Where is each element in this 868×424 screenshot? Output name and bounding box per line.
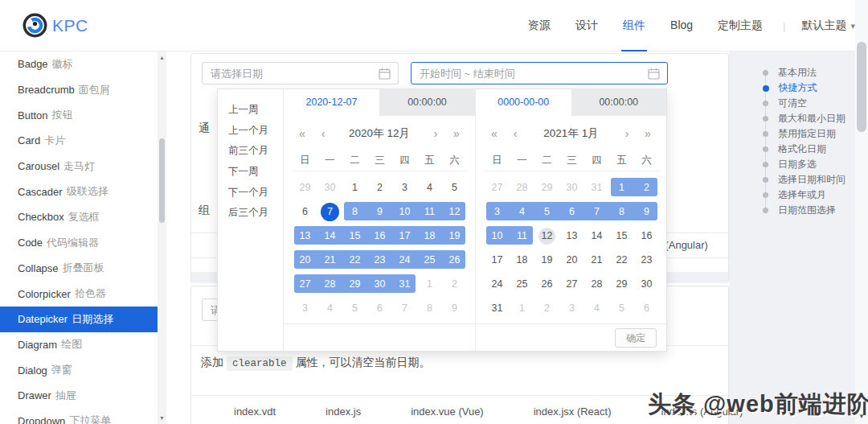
day-cell[interactable]: 21 bbox=[584, 248, 609, 272]
sidebar-item-datepicker[interactable]: Datepicker日期选择 bbox=[0, 307, 158, 332]
anchor-item-基本用法[interactable]: 基本用法 bbox=[755, 65, 845, 80]
day-cell[interactable]: 2 bbox=[534, 296, 559, 320]
page-scrollbar-thumb[interactable] bbox=[857, 42, 866, 132]
day-cell[interactable]: 4 bbox=[417, 175, 442, 200]
day-cell[interactable]: 24 bbox=[392, 248, 417, 272]
date-input[interactable] bbox=[202, 62, 399, 84]
day-cell[interactable]: 15 bbox=[609, 224, 634, 248]
day-cell[interactable]: 3 bbox=[485, 200, 510, 224]
anchor-item-最大和最小日期[interactable]: 最大和最小日期 bbox=[755, 111, 845, 126]
nav-item-资源[interactable]: 资源 bbox=[526, 0, 552, 51]
day-cell[interactable]: 28 bbox=[317, 272, 342, 296]
day-cell[interactable]: 27 bbox=[485, 175, 510, 200]
day-cell[interactable]: 29 bbox=[342, 272, 367, 296]
day-cell[interactable]: 3 bbox=[559, 296, 584, 320]
day-cell[interactable]: 9 bbox=[634, 200, 659, 224]
day-cell[interactable]: 19 bbox=[442, 224, 467, 248]
day-cell[interactable]: 8 bbox=[342, 200, 367, 224]
day-cell[interactable]: 9 bbox=[442, 296, 467, 320]
day-cell[interactable]: 13 bbox=[293, 224, 317, 248]
anchor-item-可清空[interactable]: 可清空 bbox=[755, 96, 845, 111]
sidebar-item-diagram[interactable]: Diagram绘图 bbox=[0, 332, 158, 358]
shortcut-后三个月[interactable]: 后三个月 bbox=[218, 203, 283, 224]
date-tab[interactable]: 0000-00-00 bbox=[476, 89, 571, 116]
day-cell[interactable]: 6 bbox=[367, 296, 392, 320]
day-cell[interactable]: 8 bbox=[609, 200, 634, 224]
day-cell[interactable]: 7 bbox=[317, 200, 342, 224]
day-cell[interactable]: 29 bbox=[293, 175, 317, 200]
date-tab[interactable]: 2020-12-07 bbox=[284, 89, 379, 116]
day-cell[interactable]: 11 bbox=[417, 200, 442, 224]
day-cell[interactable]: 14 bbox=[584, 224, 609, 248]
nav-item-定制主题[interactable]: 定制主题 bbox=[716, 0, 764, 51]
sidebar-item-card[interactable]: Card卡片 bbox=[0, 128, 158, 154]
shortcut-上一个月[interactable]: 上一个月 bbox=[218, 121, 283, 142]
day-cell[interactable]: 18 bbox=[417, 224, 442, 248]
day-cell[interactable]: 16 bbox=[367, 224, 392, 248]
confirm-button[interactable]: 确定 bbox=[615, 328, 657, 348]
day-cell[interactable]: 1 bbox=[609, 175, 634, 200]
month-title[interactable]: 2020年 12月 bbox=[330, 126, 428, 141]
file-tab-index.js[interactable]: index.js bbox=[313, 396, 374, 424]
sidebar-item-dropdown[interactable]: Dropdown下拉菜单 bbox=[0, 409, 158, 424]
day-cell[interactable]: 26 bbox=[534, 272, 559, 296]
sidebar-item-cascader[interactable]: Cascader级联选择 bbox=[0, 179, 158, 204]
day-cell[interactable]: 11 bbox=[510, 224, 534, 248]
kpc-logo[interactable]: KPC bbox=[23, 13, 88, 38]
day-cell[interactable]: 3 bbox=[392, 175, 417, 200]
day-cell[interactable]: 9 bbox=[367, 200, 392, 224]
shortcut-前三个月[interactable]: 前三个月 bbox=[218, 141, 283, 162]
day-cell[interactable]: 20 bbox=[559, 248, 584, 272]
anchor-item-日期多选[interactable]: 日期多选 bbox=[755, 157, 845, 172]
day-cell[interactable]: 28 bbox=[510, 175, 534, 200]
sidebar-scrollbar-thumb[interactable] bbox=[159, 138, 165, 223]
anchor-item-选择日期和时间[interactable]: 选择日期和时间 bbox=[755, 172, 845, 187]
day-cell[interactable]: 7 bbox=[584, 200, 609, 224]
scroll-down-arrow[interactable]: ▼ bbox=[158, 415, 166, 421]
day-cell[interactable]: 2 bbox=[634, 175, 659, 200]
day-cell[interactable]: 12 bbox=[534, 224, 559, 248]
shortcut-下一个月[interactable]: 下一个月 bbox=[218, 182, 283, 203]
prev-month-icon[interactable]: ‹ bbox=[316, 127, 330, 140]
day-cell[interactable]: 24 bbox=[485, 272, 510, 296]
page-scrollbar[interactable]: ▼ bbox=[855, 0, 868, 424]
file-tab-index.jsx[interactable]: index.jsx (React) bbox=[521, 396, 624, 424]
day-cell[interactable]: 20 bbox=[293, 248, 317, 272]
prev-year-icon[interactable]: « bbox=[487, 127, 502, 140]
day-cell[interactable]: 7 bbox=[392, 296, 417, 320]
day-cell[interactable]: 23 bbox=[367, 248, 392, 272]
anchor-item-快捷方式[interactable]: 快捷方式 bbox=[755, 80, 845, 96]
day-cell[interactable]: 16 bbox=[634, 224, 659, 248]
day-cell[interactable]: 3 bbox=[293, 296, 317, 320]
prev-year-icon[interactable]: « bbox=[295, 127, 309, 140]
sidebar-item-button[interactable]: Button按钮 bbox=[0, 102, 158, 128]
day-cell[interactable]: 30 bbox=[367, 272, 392, 296]
file-tab-index.vdt[interactable]: index.vdt bbox=[221, 396, 289, 424]
day-cell[interactable]: 18 bbox=[510, 248, 534, 272]
day-cell[interactable]: 8 bbox=[417, 296, 442, 320]
day-cell[interactable]: 14 bbox=[317, 224, 342, 248]
prev-month-icon[interactable]: ‹ bbox=[508, 127, 522, 140]
day-cell[interactable]: 27 bbox=[559, 272, 584, 296]
day-cell[interactable]: 30 bbox=[559, 175, 584, 200]
day-cell[interactable]: 2 bbox=[367, 175, 392, 200]
sidebar-item-carousel[interactable]: Carousel走马灯 bbox=[0, 154, 158, 179]
day-cell[interactable]: 6 bbox=[293, 200, 317, 224]
day-cell[interactable]: 5 bbox=[342, 296, 367, 320]
next-month-icon[interactable]: › bbox=[620, 127, 634, 140]
nav-item-设计[interactable]: 设计 bbox=[574, 0, 600, 51]
anchor-item-格式化日期[interactable]: 格式化日期 bbox=[755, 142, 845, 157]
scroll-up-arrow[interactable]: ▲ bbox=[158, 55, 166, 60]
day-cell[interactable]: 22 bbox=[609, 248, 634, 272]
day-cell[interactable]: 12 bbox=[442, 200, 467, 224]
sidebar-item-badge[interactable]: Badge徽标 bbox=[0, 51, 158, 77]
day-cell[interactable]: 1 bbox=[342, 175, 367, 200]
day-cell[interactable]: 29 bbox=[534, 175, 559, 200]
day-cell[interactable]: 5 bbox=[609, 296, 634, 320]
shortcut-下一周[interactable]: 下一周 bbox=[218, 162, 283, 183]
day-cell[interactable]: 30 bbox=[317, 175, 342, 200]
day-cell[interactable]: 4 bbox=[584, 296, 609, 320]
day-cell[interactable]: 31 bbox=[485, 296, 510, 320]
day-cell[interactable]: 17 bbox=[392, 224, 417, 248]
day-cell[interactable]: 4 bbox=[510, 200, 534, 224]
